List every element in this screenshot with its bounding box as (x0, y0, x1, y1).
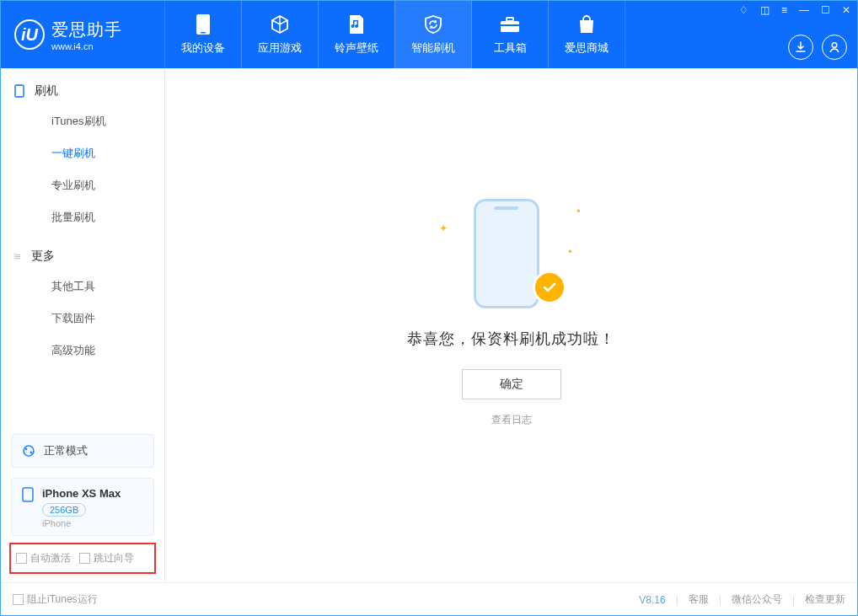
sidebar-item-itunes[interactable]: iTunes刷机 (1, 105, 164, 137)
toolbox-icon (499, 13, 521, 35)
tab-toolbox[interactable]: 工具箱 (471, 1, 549, 68)
sidebar-item-batch[interactable]: 批量刷机 (1, 201, 164, 233)
sidebar-item-pro[interactable]: 专业刷机 (1, 169, 164, 201)
phone-icon (22, 487, 34, 502)
tab-store[interactable]: 爱思商城 (548, 1, 625, 68)
tab-ringtones[interactable]: 铃声壁纸 (318, 1, 395, 68)
check-update-link[interactable]: 检查更新 (805, 592, 845, 607)
download-button[interactable] (788, 35, 813, 60)
svg-rect-4 (501, 24, 519, 26)
svg-rect-2 (501, 21, 519, 32)
sparkle-icon: ✦ (439, 222, 448, 234)
svg-rect-10 (23, 488, 33, 501)
svg-point-9 (30, 452, 33, 454)
cube-icon (269, 13, 291, 35)
list-icon: ≡ (14, 250, 21, 263)
minimize-button[interactable]: — (799, 4, 809, 16)
maximize-button[interactable]: ☐ (821, 4, 830, 16)
view-log-link[interactable]: 查看日志 (491, 413, 532, 427)
shirt-icon[interactable]: ♢ (739, 4, 748, 16)
device-icon (192, 13, 214, 35)
sidebar: 刷机 iTunes刷机 一键刷机 专业刷机 批量刷机 ≡ 更多 其他工具 下载固… (1, 68, 165, 582)
svg-rect-3 (507, 18, 513, 21)
device-name: iPhone XS Max (42, 487, 121, 500)
main-content: ✦ • • 恭喜您，保资料刷机成功啦！ 确定 查看日志 (165, 68, 857, 582)
body: 刷机 iTunes刷机 一键刷机 专业刷机 批量刷机 ≡ 更多 其他工具 下载固… (1, 68, 857, 582)
title-round-buttons (788, 35, 847, 60)
cube-small-icon[interactable]: ◫ (760, 4, 770, 16)
refresh-shield-icon (422, 13, 444, 35)
tab-apps[interactable]: 应用游戏 (241, 1, 319, 68)
svg-point-7 (24, 446, 34, 456)
tab-flash[interactable]: 智能刷机 (394, 1, 472, 68)
music-file-icon (346, 13, 367, 35)
auto-activate-checkbox[interactable]: 自动激活 (16, 551, 71, 565)
logo-area: iU 爱思助手 www.i4.cn (1, 19, 165, 51)
mode-label: 正常模式 (44, 443, 88, 458)
sidebar-item-advanced[interactable]: 高级功能 (1, 335, 164, 367)
close-button[interactable]: ✕ (842, 4, 850, 16)
svg-rect-1 (201, 32, 206, 34)
titlebar: iU 爱思助手 www.i4.cn 我的设备 应用游戏 铃声壁纸 智能刷机 工具… (1, 1, 857, 68)
tab-my-device[interactable]: 我的设备 (164, 1, 242, 68)
app-site: www.i4.cn (51, 41, 122, 51)
nav-tabs: 我的设备 应用游戏 铃声壁纸 智能刷机 工具箱 爱思商城 (165, 1, 625, 68)
svg-point-8 (25, 448, 28, 451)
skip-guide-checkbox[interactable]: 跳过向导 (79, 551, 134, 565)
ok-button[interactable]: 确定 (462, 369, 561, 399)
sparkle-icon: • (576, 206, 580, 217)
sidebar-item-firmware[interactable]: 下载固件 (1, 303, 164, 335)
bottom-options: 自动激活 跳过向导 (9, 543, 156, 574)
sidebar-item-oneclick[interactable]: 一键刷机 (1, 137, 164, 169)
app-name: 爱思助手 (51, 19, 122, 41)
device-capacity: 256GB (42, 503, 86, 517)
phone-small-icon (14, 84, 24, 98)
svg-rect-6 (15, 85, 24, 97)
block-itunes-checkbox[interactable]: 阻止iTunes运行 (13, 592, 98, 607)
support-link[interactable]: 客服 (689, 592, 709, 607)
logo-text: 爱思助手 www.i4.cn (51, 19, 122, 51)
svg-point-5 (832, 43, 837, 48)
device-platform: iPhone (42, 518, 121, 528)
window-controls: ♢ ◫ ≡ — ☐ ✕ (739, 4, 850, 16)
sidebar-item-other[interactable]: 其他工具 (1, 271, 164, 303)
success-illustration: ✦ • • (453, 190, 571, 308)
statusbar: 阻止iTunes运行 V8.16 | 客服 | 微信公众号 | 检查更新 (1, 582, 857, 616)
mode-icon (22, 444, 35, 458)
check-badge-icon (533, 271, 566, 304)
account-button[interactable] (822, 35, 847, 60)
sidebar-group-flash: 刷机 (1, 68, 164, 105)
phone-illustration-icon (474, 199, 539, 308)
sidebar-group-label: 刷机 (35, 83, 58, 99)
menu-icon[interactable]: ≡ (781, 4, 787, 16)
success-message: 恭喜您，保资料刷机成功啦！ (407, 329, 615, 349)
mode-box[interactable]: 正常模式 (11, 434, 154, 468)
sidebar-group-label: 更多 (31, 249, 55, 264)
device-box[interactable]: iPhone XS Max 256GB iPhone (11, 478, 154, 536)
version-label: V8.16 (639, 594, 665, 606)
svg-rect-0 (196, 14, 210, 35)
logo-icon: iU (14, 19, 45, 50)
sidebar-group-more: ≡ 更多 (1, 233, 164, 271)
wechat-link[interactable]: 微信公众号 (732, 592, 782, 607)
bag-icon (576, 13, 598, 35)
sparkle-icon: • (568, 246, 571, 258)
